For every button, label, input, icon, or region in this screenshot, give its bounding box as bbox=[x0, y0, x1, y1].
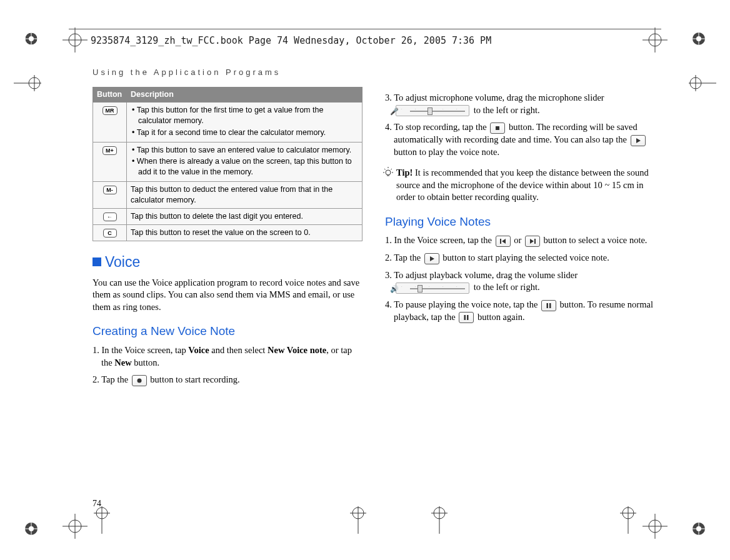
pause-button-icon bbox=[459, 312, 474, 323]
svg-rect-63 bbox=[549, 303, 551, 308]
stop-button-icon bbox=[490, 122, 505, 134]
registration-mark-icon bbox=[690, 520, 708, 538]
imprint-line: 9235874_3129_zh_tw_FCC.book Page 74 Wedn… bbox=[91, 35, 491, 46]
calculator-buttons-table: Button Description MR • Tap this button … bbox=[92, 87, 362, 241]
page: 9235874_3129_zh_tw_FCC.book Page 74 Wedn… bbox=[0, 0, 730, 560]
crop-mark-icon bbox=[431, 506, 448, 534]
play-step-2: 2. Tap the button to start playing the s… bbox=[385, 252, 655, 264]
cell-text: Tap this button to deduct the entered va… bbox=[127, 182, 362, 209]
svg-marker-59 bbox=[530, 239, 534, 244]
svg-marker-49 bbox=[636, 138, 641, 143]
mminus-button-icon: M- bbox=[103, 186, 117, 194]
svg-point-47 bbox=[137, 378, 141, 382]
step-3: 3. To adjust microphone volume, drag the… bbox=[385, 92, 655, 116]
table-row: M- Tap this button to deduct the entered… bbox=[93, 182, 362, 209]
voice-intro-paragraph: You can use the Voice application progra… bbox=[92, 277, 362, 314]
registration-mark-icon bbox=[22, 520, 40, 538]
svg-point-16 bbox=[696, 526, 701, 531]
svg-marker-58 bbox=[502, 239, 506, 244]
crop-mark-icon bbox=[642, 28, 668, 52]
play-button-icon bbox=[424, 253, 439, 264]
table-header-description: Description bbox=[127, 88, 362, 102]
right-column: 3. To adjust microphone volume, drag the… bbox=[385, 87, 655, 391]
registration-mark-icon bbox=[22, 30, 40, 48]
svg-rect-65 bbox=[467, 315, 469, 320]
crop-mark-icon bbox=[689, 75, 716, 91]
table-row: M+ • Tap this button to save an entered … bbox=[93, 142, 362, 182]
crop-mark-icon bbox=[62, 514, 88, 539]
section-heading-voice: Voice bbox=[92, 252, 362, 272]
page-number: 74 bbox=[92, 499, 101, 509]
pause-button-icon bbox=[541, 300, 556, 311]
svg-point-12 bbox=[29, 526, 34, 531]
svg-rect-64 bbox=[464, 315, 466, 320]
lightbulb-tip-icon bbox=[382, 166, 394, 178]
clear-button-icon: C bbox=[103, 229, 117, 238]
header-rule bbox=[69, 29, 661, 29]
step-2: 2. Tap the button to start recording. bbox=[92, 374, 362, 386]
registration-mark-icon bbox=[690, 30, 708, 48]
crop-mark-icon bbox=[14, 75, 41, 91]
step-4: 4. To stop recording, tap the button. Th… bbox=[385, 121, 655, 158]
tip-text: It is recommended that you keep the dist… bbox=[396, 168, 649, 202]
svg-point-8 bbox=[696, 36, 701, 41]
previous-track-button-icon bbox=[496, 236, 511, 247]
running-head: Using the Application Programs bbox=[92, 68, 655, 77]
subheading-playing: Playing Voice Notes bbox=[385, 214, 655, 230]
svg-line-53 bbox=[391, 169, 392, 170]
svg-point-50 bbox=[386, 170, 391, 175]
cell-text: Tap this button to reset the value on th… bbox=[127, 224, 362, 241]
bullet-text: • Tap this button for the first time to … bbox=[131, 105, 358, 126]
left-column: Button Description MR • Tap this button … bbox=[92, 87, 362, 391]
play-button-icon bbox=[631, 135, 646, 146]
table-row: C Tap this button to reset the value on … bbox=[93, 224, 362, 241]
svg-rect-60 bbox=[534, 239, 536, 244]
cell-text: Tap this button to delete the last digit… bbox=[127, 208, 362, 224]
svg-rect-57 bbox=[500, 239, 501, 244]
play-step-3: 3. To adjust playback volume, drag the v… bbox=[385, 269, 655, 294]
backspace-button-icon: ← bbox=[103, 212, 117, 221]
svg-point-4 bbox=[29, 36, 34, 41]
tip-block: Tip! It is recommended that you keep the… bbox=[396, 167, 655, 204]
mplus-button-icon: M+ bbox=[102, 146, 117, 155]
next-track-button-icon bbox=[525, 236, 540, 247]
microphone-slider-icon: 🎤 ····· bbox=[396, 105, 469, 116]
svg-rect-62 bbox=[546, 303, 548, 308]
tip-label: Tip! bbox=[396, 168, 412, 178]
square-bullet-icon bbox=[92, 258, 101, 266]
crop-mark-icon bbox=[642, 514, 668, 539]
step-1: 1. In the Voice screen, tap Voice and th… bbox=[92, 344, 362, 369]
play-step-1: 1. In the Voice screen, tap the or butto… bbox=[385, 234, 655, 247]
play-step-4: 4. To pause playing the voice note, tap … bbox=[385, 299, 655, 323]
svg-marker-61 bbox=[430, 256, 434, 261]
bullet-text: • Tap it for a second time to clear the … bbox=[131, 128, 358, 138]
crop-mark-icon bbox=[620, 506, 636, 534]
table-row: MR • Tap this button for the first time … bbox=[93, 102, 362, 142]
crop-mark-icon bbox=[350, 506, 366, 534]
svg-line-52 bbox=[384, 169, 386, 170]
table-header-button: Button bbox=[93, 88, 127, 102]
bullet-text: • Tap this button to save an entered val… bbox=[131, 145, 358, 156]
crop-mark-icon bbox=[62, 28, 88, 52]
volume-slider-icon: 🔊 ····· bbox=[396, 282, 469, 294]
subheading-creating: Creating a New Voice Note bbox=[92, 323, 362, 339]
content-area: Using the Application Programs Button De… bbox=[92, 68, 655, 510]
record-button-icon bbox=[132, 375, 147, 386]
bullet-text: • When there is already a value on the s… bbox=[131, 156, 358, 178]
table-row: ← Tap this button to delete the last dig… bbox=[93, 208, 362, 224]
mr-button-icon: MR bbox=[102, 106, 118, 115]
crop-mark-icon bbox=[94, 506, 110, 534]
svg-rect-48 bbox=[496, 126, 499, 130]
